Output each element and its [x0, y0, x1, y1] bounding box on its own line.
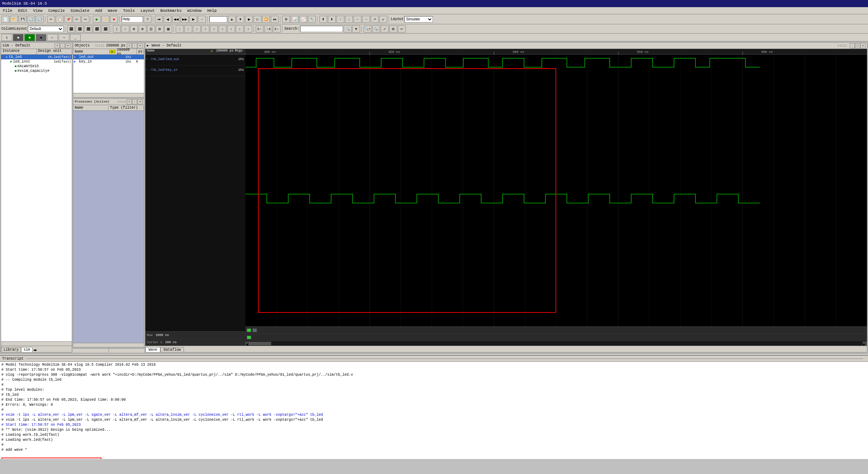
signal-btn1[interactable]: ↕ — [176, 25, 184, 33]
zoom-btn3[interactable]: 3← — [273, 25, 281, 33]
wave-minimize[interactable]: - — [850, 43, 855, 48]
sim-btn2[interactable]: 📊 — [291, 16, 299, 23]
mid-scroll-r[interactable] — [109, 348, 145, 352]
wave-tool-1[interactable]: ⬛ — [67, 25, 75, 33]
sim-scroll-h[interactable] — [1, 341, 72, 346]
wave-maximize[interactable]: □ — [855, 43, 860, 48]
obj-row-key-in[interactable]: ▶ key_in 1h1 R — [73, 59, 144, 64]
signal-btn2[interactable]: ↕ — [184, 25, 192, 33]
time-up[interactable]: ▲ — [228, 16, 236, 23]
signal-btn3[interactable]: ↕ — [193, 25, 201, 33]
help-input[interactable] — [121, 16, 143, 23]
new-btn[interactable]: 📄 — [1, 16, 9, 23]
refresh2-btn[interactable]: 🔃 — [36, 16, 44, 23]
cursor-btn7[interactable]: ▦ — [164, 25, 172, 33]
sim-ctrl-3[interactable]: ◀◀ — [172, 16, 180, 23]
misc-btn1[interactable]: ⬆ — [319, 16, 327, 23]
sim-ctrl-4[interactable]: ▶▶ — [181, 16, 189, 23]
run-btn[interactable]: ▶ — [93, 16, 101, 23]
sim-row-led-inst[interactable]: ▶ led_inst led(fast) — [1, 59, 72, 64]
menu-compile[interactable]: Compile — [45, 8, 68, 14]
wave-tool-2[interactable]: ⬛ — [76, 25, 84, 33]
sim-btn3[interactable]: 📈 — [299, 16, 307, 23]
col-layout-select[interactable]: Default — [28, 26, 64, 32]
redo-btn[interactable]: ↪ — [81, 16, 89, 23]
cursor-btn6[interactable]: ⊞ — [156, 25, 164, 33]
help-btn[interactable]: ? — [144, 16, 151, 23]
tab-library[interactable]: Library — [1, 347, 21, 352]
obj-scroll-h[interactable] — [73, 93, 144, 97]
search-btn[interactable]: 🔍 — [344, 25, 351, 33]
tab-dataflow[interactable]: Dataflow — [160, 347, 184, 352]
sig-row-led-out[interactable]: ~ /tb_led/led_out 1h1 — [145, 55, 245, 65]
layout-select[interactable]: Simulate Default — [404, 16, 433, 23]
menu-file[interactable]: File — [0, 8, 15, 14]
zoom-fit-btn[interactable]: ⤢ — [381, 25, 389, 33]
wave-tool-3[interactable]: ⬛ — [84, 25, 92, 33]
sim-ctrl-6[interactable]: → — [198, 16, 206, 23]
cursor-btn4[interactable]: ⊗ — [139, 25, 146, 33]
sim-btn4[interactable]: 🔧 — [308, 16, 316, 23]
scroll-left-btn[interactable]: ◀ — [245, 342, 250, 345]
menu-edit[interactable]: Edit — [15, 8, 30, 14]
menu-window[interactable]: Window — [185, 8, 205, 14]
sim-btn1[interactable]: ⚙ — [282, 16, 290, 23]
zoom-btn2[interactable]: →€ — [264, 25, 272, 33]
misc-btn7[interactable]: ↗ — [371, 16, 379, 23]
signal-btn6[interactable]: ↕ — [219, 25, 226, 33]
obj-minimize[interactable]: - — [132, 43, 137, 48]
ibar-btn5[interactable]: ⌐ — [47, 34, 58, 41]
signal-btn5[interactable]: ↕ — [210, 25, 218, 33]
save-btn[interactable]: 💾 — [19, 16, 26, 23]
proc-close[interactable]: × — [138, 99, 143, 104]
search-opt[interactable]: ▼ — [352, 25, 360, 33]
menu-layout[interactable]: Layout — [138, 8, 158, 14]
wave-tool-5[interactable]: ⬛ — [101, 25, 109, 33]
obj-close[interactable]: × — [138, 43, 143, 48]
zoom-out-btn[interactable]: 🔍- — [372, 25, 380, 33]
scroll-right-btn[interactable]: ▶ — [863, 342, 867, 345]
signal-btn4[interactable]: ↕ — [201, 25, 209, 33]
zoom-in-btn[interactable]: 🔍+ — [364, 25, 371, 33]
zoom-full-btn[interactable]: ⊞ — [389, 25, 397, 33]
transcript-content[interactable]: # Model Technology ModelSim SE-64 vlog 1… — [0, 362, 868, 459]
sim-row-vsim[interactable]: ■ #vsim_capacity# — [1, 69, 72, 73]
misc-btn3[interactable]: ↑ — [336, 16, 344, 23]
ibar-btn7[interactable]: _ — [70, 34, 81, 41]
misc-btn8[interactable]: ↙ — [379, 16, 387, 23]
ibar-btn1[interactable]: 1 — [1, 34, 12, 41]
misc-btn5[interactable]: ← — [354, 16, 361, 23]
time-down[interactable]: ▼ — [236, 16, 244, 23]
undo-btn[interactable]: ↩ — [73, 16, 81, 23]
obj-row-led-out[interactable]: ▶ led_out 1h1 — [73, 55, 144, 59]
tab-sim[interactable]: sim — [21, 347, 33, 352]
run-time-btn3[interactable]: ⏩ — [262, 16, 270, 23]
menu-bookmarks[interactable]: Bookmarks — [158, 8, 184, 14]
proc-pin[interactable]: + — [127, 99, 132, 104]
menu-simulate[interactable]: Simulate — [68, 8, 92, 14]
sim-close[interactable]: × — [65, 43, 70, 48]
sim-ctrl-5[interactable]: ▶ — [189, 16, 197, 23]
misc-btn2[interactable]: ⬇ — [328, 16, 336, 23]
copy-btn[interactable]: 📋 — [56, 16, 64, 23]
ibar-btn2[interactable]: ■ — [13, 34, 24, 41]
misc-btn6[interactable]: → — [362, 16, 370, 23]
run-time-btn2[interactable]: ▷ — [254, 16, 261, 23]
signal-btn7[interactable]: ↕ — [227, 25, 235, 33]
zoom-btn1[interactable]: 3← — [256, 25, 264, 33]
sig-row-key-in[interactable]: ~ /tb_led/key_in 1h1 — [145, 65, 245, 76]
sim-row-always[interactable]: ■ #ALWAYS#15 — [1, 64, 72, 69]
menu-help[interactable]: Help — [204, 8, 219, 14]
run2-btn[interactable]: ⚡ — [101, 16, 109, 23]
proc-scroll-h[interactable] — [73, 343, 144, 347]
sim-ctrl-2[interactable]: ◀ — [164, 16, 171, 23]
ibar-btn3[interactable]: ■ — [24, 34, 35, 41]
ibar-btn4[interactable]: ■ — [36, 34, 46, 41]
cursor-btn2[interactable]: ○ — [121, 25, 129, 33]
menu-tools[interactable]: Tools — [120, 8, 138, 14]
sim-tab-arrow[interactable]: ◀▶ — [33, 348, 38, 352]
menu-view[interactable]: View — [30, 8, 45, 14]
wave-collapse-icon[interactable]: ▶ — [147, 44, 149, 48]
menu-wave[interactable]: Wave — [105, 8, 120, 14]
wave-h-scroll[interactable]: ◀ ▶ — [245, 341, 867, 346]
